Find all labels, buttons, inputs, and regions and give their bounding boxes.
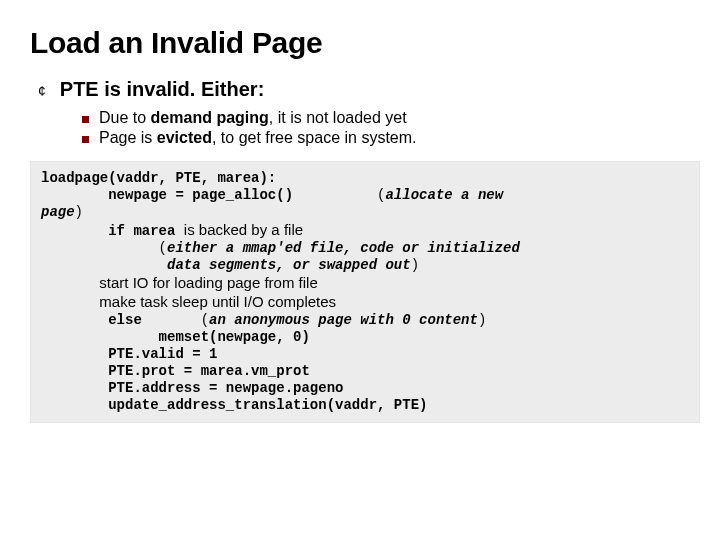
bullet-level2: Page is evicted, to get free space in sy… [82,129,690,147]
code-line: memset(newpage, 0) [41,329,689,346]
code-line: make task sleep until I/O completes [41,293,689,312]
square-bullet-icon [82,136,89,143]
code-line: PTE.valid = 1 [41,346,689,363]
slide: Load an Invalid Page ¢ PTE is invalid. E… [0,0,720,540]
code-line: newpage = page_alloc() (allocate a new [41,187,689,204]
code-line: page) [41,204,689,221]
bullet-level2-text: Due to demand paging, it is not loaded y… [99,109,407,127]
circle-bullet-icon: ¢ [38,79,46,103]
code-line: if marea is backed by a file [41,221,689,240]
bullet-level1-text: PTE is invalid. Either: [60,78,265,101]
code-line: update_address_translation(vaddr, PTE) [41,397,689,414]
code-line: start IO for loading page from file [41,274,689,293]
bullet-level2: Due to demand paging, it is not loaded y… [82,109,690,127]
bullet-level1: ¢ PTE is invalid. Either: [38,78,690,103]
code-line: PTE.prot = marea.vm_prot [41,363,689,380]
code-line: (either a mmap'ed file, code or initiali… [41,240,689,257]
code-line: data segments, or swapped out) [41,257,689,274]
code-line: loadpage(vaddr, PTE, marea): [41,170,689,187]
square-bullet-icon [82,116,89,123]
bullet-level2-text: Page is evicted, to get free space in sy… [99,129,417,147]
code-line: else (an anonymous page with 0 content) [41,312,689,329]
slide-title: Load an Invalid Page [30,26,690,60]
code-line: PTE.address = newpage.pageno [41,380,689,397]
code-block: loadpage(vaddr, PTE, marea): newpage = p… [30,161,700,423]
